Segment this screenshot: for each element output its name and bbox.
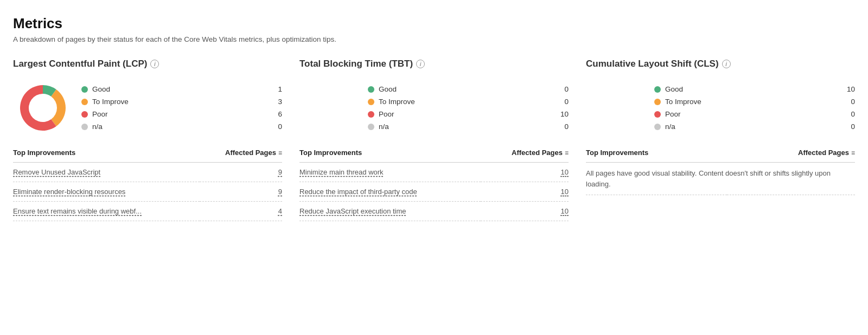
col-header-improvements-tbt: Top Improvements xyxy=(299,149,481,163)
col-header-improvements-lcp: Top Improvements xyxy=(13,149,200,163)
legend-item-tbt-3: n/a 0 xyxy=(368,123,569,131)
legend-dot-lcp-2 xyxy=(81,111,88,118)
legend-dot-tbt-3 xyxy=(368,124,374,130)
col-header-affected-tbt: Affected Pages ≡ xyxy=(481,149,569,163)
legend-count-lcp-2: 6 xyxy=(271,110,282,118)
metric-title-cls: Cumulative Layout Shift (CLS) i xyxy=(586,59,855,69)
page-subtitle: A breakdown of pages by their status for… xyxy=(13,35,855,43)
metrics-grid: Largest Contentful Paint (LCP) i Good 1 … xyxy=(13,59,855,221)
legend-label-tbt-3: n/a xyxy=(379,123,553,131)
improvement-count-tbt-1[interactable]: 10 xyxy=(481,182,569,202)
legend-count-lcp-1: 3 xyxy=(271,98,282,106)
legend-item-cls-0: Good 10 xyxy=(654,85,855,93)
legend-cls: Good 10 To Improve 0 Poor 0 n/a 0 xyxy=(654,85,855,131)
improvement-label-lcp-0: Remove Unused JavaScript xyxy=(13,163,200,182)
chart-legend-row-lcp: Good 1 To Improve 3 Poor 6 n/a 0 xyxy=(13,78,282,138)
legend-count-cls-2: 0 xyxy=(844,110,855,118)
metric-section-lcp: Largest Contentful Paint (LCP) i Good 1 … xyxy=(13,59,282,221)
affected-pages-label-tbt: Affected Pages xyxy=(512,149,563,157)
improvement-count-lcp-1[interactable]: 9 xyxy=(200,182,282,202)
legend-dot-cls-1 xyxy=(654,99,661,105)
improvement-row-tbt-1: Reduce the impact of third-party code 10 xyxy=(299,182,569,202)
sort-icon-cls[interactable]: ≡ xyxy=(851,149,855,157)
improvement-count-lcp-0[interactable]: 9 xyxy=(200,163,282,182)
col-header-improvements-cls: Top Improvements xyxy=(586,149,727,163)
improvement-link-lcp-2[interactable]: Ensure text remains visible during webf.… xyxy=(13,207,142,215)
legend-count-tbt-1: 0 xyxy=(558,98,569,106)
legend-label-tbt-0: Good xyxy=(379,85,553,93)
improvement-count-tbt-2[interactable]: 10 xyxy=(481,202,569,221)
legend-count-tbt-0: 0 xyxy=(558,85,569,93)
legend-item-tbt-2: Poor 10 xyxy=(368,110,569,118)
improvement-count-tbt-0[interactable]: 10 xyxy=(481,163,569,182)
legend-item-lcp-2: Poor 6 xyxy=(81,110,282,118)
improvement-row-lcp-1: Eliminate render-blocking resources 9 xyxy=(13,182,282,202)
legend-count-cls-1: 0 xyxy=(844,98,855,106)
improvement-label-tbt-2: Reduce JavaScript execution time xyxy=(299,202,481,221)
legend-item-cls-1: To Improve 0 xyxy=(654,98,855,106)
info-icon-cls[interactable]: i xyxy=(722,60,731,68)
improvement-row-tbt-2: Reduce JavaScript execution time 10 xyxy=(299,202,569,221)
improvement-label-tbt-1: Reduce the impact of third-party code xyxy=(299,182,481,202)
legend-label-cls-3: n/a xyxy=(665,123,840,131)
legend-dot-lcp-1 xyxy=(81,99,88,105)
info-icon-lcp[interactable]: i xyxy=(150,60,159,68)
sort-icon-lcp[interactable]: ≡ xyxy=(278,149,282,157)
legend-count-cls-0: 10 xyxy=(844,85,855,93)
page-title: Metrics xyxy=(13,15,855,32)
improvement-row-lcp-2: Ensure text remains visible during webf.… xyxy=(13,202,282,221)
improvements-table-lcp: Top Improvements Affected Pages ≡ Remove… xyxy=(13,149,282,221)
legend-dot-cls-2 xyxy=(654,111,661,118)
legend-label-lcp-1: To Improve xyxy=(92,98,267,106)
donut-chart-tbt xyxy=(299,78,359,138)
legend-item-lcp-1: To Improve 3 xyxy=(81,98,282,106)
metric-title-text-tbt: Total Blocking Time (TBT) xyxy=(299,59,413,69)
sort-icon-tbt[interactable]: ≡ xyxy=(565,149,569,157)
legend-tbt: Good 0 To Improve 0 Poor 10 n/a 0 xyxy=(368,85,569,131)
legend-label-cls-1: To Improve xyxy=(665,98,840,106)
improvements-table-cls: Top Improvements Affected Pages ≡ All pa… xyxy=(586,149,855,195)
legend-label-cls-2: Poor xyxy=(665,110,840,118)
improvement-row-tbt-0: Minimize main thread work 10 xyxy=(299,163,569,182)
improvement-link-tbt-1[interactable]: Reduce the impact of third-party code xyxy=(299,188,417,196)
legend-dot-lcp-0 xyxy=(81,86,88,93)
legend-label-lcp-2: Poor xyxy=(92,110,267,118)
improvement-link-lcp-1[interactable]: Eliminate render-blocking resources xyxy=(13,188,125,196)
metric-title-tbt: Total Blocking Time (TBT) i xyxy=(299,59,569,69)
chart-legend-row-tbt: Good 0 To Improve 0 Poor 10 n/a 0 xyxy=(299,78,569,138)
info-icon-tbt[interactable]: i xyxy=(416,60,425,68)
legend-label-lcp-0: Good xyxy=(92,85,267,93)
legend-count-tbt-3: 0 xyxy=(558,123,569,131)
improvement-label-tbt-0: Minimize main thread work xyxy=(299,163,481,182)
legend-lcp: Good 1 To Improve 3 Poor 6 n/a 0 xyxy=(81,85,282,131)
legend-dot-tbt-1 xyxy=(368,99,374,105)
metric-title-lcp: Largest Contentful Paint (LCP) i xyxy=(13,59,282,69)
improvement-link-lcp-0[interactable]: Remove Unused JavaScript xyxy=(13,168,100,176)
legend-item-tbt-1: To Improve 0 xyxy=(368,98,569,106)
affected-pages-label-lcp: Affected Pages xyxy=(225,149,276,157)
improvements-table-tbt: Top Improvements Affected Pages ≡ Minimi… xyxy=(299,149,569,221)
legend-item-lcp-3: n/a 0 xyxy=(81,123,282,131)
improvement-count-lcp-2[interactable]: 4 xyxy=(200,202,282,221)
good-message-cls: All pages have good visual stability. Co… xyxy=(586,163,855,195)
legend-dot-cls-3 xyxy=(654,124,661,130)
legend-item-tbt-0: Good 0 xyxy=(368,85,569,93)
legend-count-cls-3: 0 xyxy=(844,123,855,131)
metric-title-text-lcp: Largest Contentful Paint (LCP) xyxy=(13,59,147,69)
donut-chart-lcp xyxy=(13,78,73,138)
legend-count-lcp-0: 1 xyxy=(271,85,282,93)
legend-label-tbt-1: To Improve xyxy=(379,98,553,106)
legend-label-lcp-3: n/a xyxy=(92,123,267,131)
legend-count-lcp-3: 0 xyxy=(271,123,282,131)
legend-item-lcp-0: Good 1 xyxy=(81,85,282,93)
improvement-label-lcp-2: Ensure text remains visible during webf.… xyxy=(13,202,200,221)
improvement-link-tbt-2[interactable]: Reduce JavaScript execution time xyxy=(299,207,406,215)
metric-section-tbt: Total Blocking Time (TBT) i Good 0 To Im… xyxy=(299,59,569,221)
legend-count-tbt-2: 10 xyxy=(558,110,569,118)
legend-dot-cls-0 xyxy=(654,86,661,93)
legend-item-cls-3: n/a 0 xyxy=(654,123,855,131)
improvement-row-lcp-0: Remove Unused JavaScript 9 xyxy=(13,163,282,182)
col-header-affected-lcp: Affected Pages ≡ xyxy=(200,149,282,163)
metric-section-cls: Cumulative Layout Shift (CLS) i Good 10 … xyxy=(586,59,855,221)
improvement-link-tbt-0[interactable]: Minimize main thread work xyxy=(299,168,384,176)
